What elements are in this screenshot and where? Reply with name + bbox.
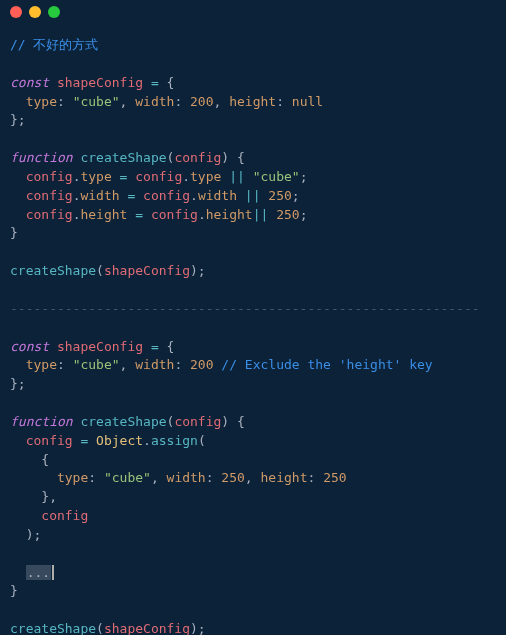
parameter: config [174, 414, 221, 429]
identifier: shapeConfig [57, 339, 143, 354]
null-literal: null [292, 94, 323, 109]
close-icon[interactable] [10, 6, 22, 18]
function-name: createShape [80, 150, 166, 165]
method: assign [151, 433, 198, 448]
function-call: createShape [10, 621, 96, 635]
function-name: createShape [80, 414, 166, 429]
property: width [135, 94, 174, 109]
separator-line: ----------------------------------------… [10, 301, 480, 316]
keyword-function: function [10, 150, 73, 165]
object-global: Object [96, 433, 143, 448]
window-titlebar [0, 0, 506, 24]
selection-highlight: ... [26, 565, 51, 580]
comment-line: // 不好的方式 [10, 37, 98, 52]
minimize-icon[interactable] [29, 6, 41, 18]
keyword-const: const [10, 339, 49, 354]
function-call: createShape [10, 263, 96, 278]
identifier: shapeConfig [57, 75, 143, 90]
keyword-function: function [10, 414, 73, 429]
text-cursor [52, 565, 54, 580]
keyword-const: const [10, 75, 49, 90]
comment: // Exclude the 'height' key [221, 357, 432, 372]
parameter: config [174, 150, 221, 165]
property: height [229, 94, 276, 109]
number: 200 [190, 94, 213, 109]
code-editor[interactable]: // 不好的方式 const shapeConfig = { type: "cu… [0, 24, 506, 635]
string: "cube" [73, 94, 120, 109]
property: type [26, 94, 57, 109]
maximize-icon[interactable] [48, 6, 60, 18]
